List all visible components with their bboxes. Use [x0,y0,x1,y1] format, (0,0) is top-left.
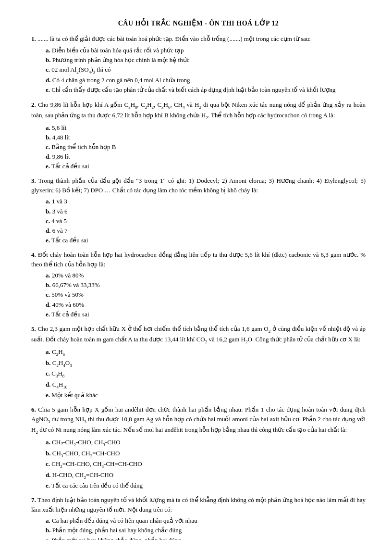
question-6-text: 6. Chia 5 gam hỗn hợp X gồm hai anđêhit … [31,405,366,436]
question-5-text: 5. Cho 2,3 gam một hợp chất hữu X ở thể … [31,324,366,345]
question-7-option-a: a. Ca hai phần đều đúng và có liên quan … [46,516,366,526]
question-2-option-e: e. Tất cả đều sai [46,162,366,171]
question-5-option-d: d. C4H10 [46,380,366,391]
question-3-option-d: d. 6 và 7 [46,226,366,236]
question-3-text: 3. Trong thành phần của dầu gội đầu "3 t… [31,176,366,195]
question-5-option-c: c. C3H8 [46,369,366,380]
question-5-option-b: b. C2H4O3 [46,358,366,369]
question-4-options: a. 20% và 80%b. 66,67% và 33,33%c. 50% v… [31,271,366,319]
question-7-option-c: c. Phần một sai hay không chắc đúng, phầ… [46,536,366,540]
question-1-option-b: b. Phương trình phản ứng hóa học chính l… [46,55,366,65]
question-2-text: 2. Cho 9,86 lít hỗn hợp khí A gồm C3H8, … [31,100,366,121]
question-5-option-e: e. Một kết quả khác [46,390,366,400]
question-2-option-b: b. 4,48 lít [46,133,366,142]
question-6-option-e: e. Tất ca các câu trên đều có thể đúng [46,481,366,490]
question-2-option-c: c. Bằng thể tích hỗn hợp B [46,142,366,152]
question-2-option-a: a. 5,6 lít [46,123,366,133]
question-4-option-d: d. 40% và 60% [46,300,366,310]
question-7-text: 7. Theo định luật bảo toàn nguyên tố và … [31,495,366,514]
question-6-option-d: d. H-CHO, CH2=CH-CHO [46,470,366,481]
question-3: 3. Trong thành phần của dầu gội đầu "3 t… [31,176,366,245]
question-3-option-e: e. Tất ca đều sai [46,236,366,245]
question-1-option-a: a. Diễn biến của bài toán hóa quá rắc rố… [46,46,366,55]
question-1-options: a. Diễn biến của bài toán hóa quá rắc rố… [31,46,366,95]
question-1-text: 1. ....... là ta có thể giải được các bà… [31,34,366,44]
page-title: CÂU HỎI TRẮC NGHIỆM - ÔN THI HOÁ LỚP 12 [31,19,366,27]
question-1: 1. ....... là ta có thể giải được các bà… [31,34,366,95]
question-6-options: a. CH₃-CH2-CHO, CH3-CHOb. CH3-CHO, CH2=C… [31,438,366,490]
question-5-option-a: a. C2H6 [46,347,366,358]
question-3-option-b: b. 3 và 6 [46,207,366,216]
question-1-option-e: e. Chỉ cần thấy được cấu tạo phân tử của… [46,85,366,95]
question-1-option-c: c. 02 mol Al2(SO4)3 thì có [46,65,366,76]
question-7: 7. Theo định luật bảo toàn nguyên tố và … [31,495,366,540]
question-6: 6. Chia 5 gam hỗn hợp X gồm hai anđêhit … [31,405,366,490]
question-3-options: a. 1 và 3b. 3 và 6c. 4 và 5d. 6 và 7e. T… [31,197,366,245]
question-3-option-c: c. 4 và 5 [46,216,366,226]
question-4-text: 4. Đốt cháy hoàn toàn hỗn hợp hai hydroc… [31,250,366,269]
question-5: 5. Cho 2,3 gam một hợp chất hữu X ở thể … [31,324,366,400]
question-5-options: a. C2H6b. C2H4O3c. C3H8d. C4H10e. Một kế… [31,347,366,400]
question-3-option-a: a. 1 và 3 [46,197,366,206]
question-4-option-b: b. 66,67% và 33,33% [46,280,366,290]
question-4-option-a: a. 20% và 80% [46,271,366,280]
question-4-option-e: e. Tất cả đều sai [46,310,366,319]
question-6-option-a: a. CH₃-CH2-CHO, CH3-CHO [46,438,366,449]
question-2-option-d: d. 9,86 lít [46,152,366,162]
question-4-option-c: c. 50% và 50% [46,290,366,300]
question-2: 2. Cho 9,86 lít hỗn hợp khí A gồm C3H8, … [31,100,366,172]
question-4: 4. Đốt cháy hoàn toàn hỗn hợp hai hydroc… [31,250,366,319]
question-6-option-b: b. CH3-CHO, CH2=CH-CHO [46,449,366,460]
question-7-option-b: b. Phần một đúng, phần hai sai hay không… [46,526,366,535]
question-2-options: a. 5,6 lítb. 4,48 lítc. Bằng thể tích hỗ… [31,123,366,172]
question-6-option-c: c. CH2=CH-CHO, CH3-CH=CH-CHO [46,459,366,470]
question-7-options: a. Ca hai phần đều đúng và có liên quan … [31,516,366,540]
question-1-option-d: d. Có 4 chân gà trong 2 con gà nên 0,4 m… [46,75,366,85]
